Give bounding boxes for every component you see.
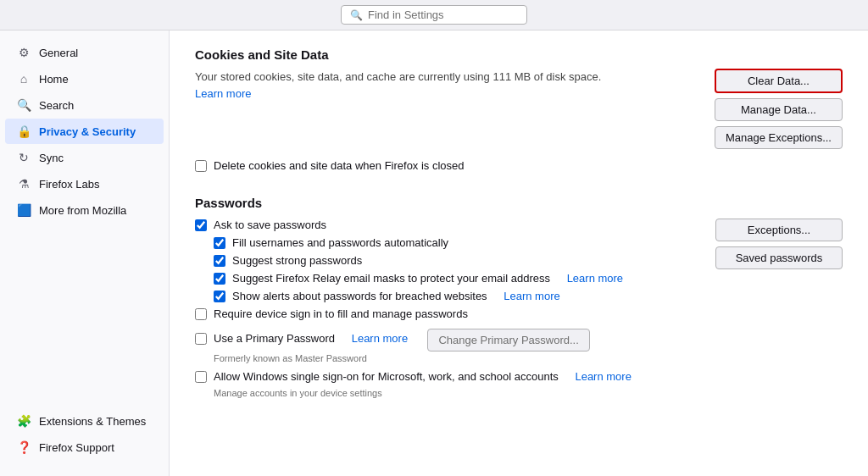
require-device-signin-row: Require device sign in to fill and manag… (195, 307, 698, 320)
require-device-signin-label: Require device sign in to fill and manag… (214, 307, 468, 320)
cookies-description: Your stored cookies, site data, and cach… (195, 69, 698, 102)
mozilla-icon: 🟦 (17, 203, 31, 217)
use-primary-password-label: Use a Primary Password (214, 332, 335, 345)
sidebar-label-home: Home (39, 73, 69, 86)
formerly-known-label: Formerly known as Master Password (214, 353, 698, 363)
password-options-left: Ask to save passwords Fill usernames and… (195, 219, 698, 398)
clear-data-button[interactable]: Clear Data... (715, 69, 843, 93)
suggest-strong-checkbox[interactable] (214, 255, 225, 267)
sidebar-bottom: 🧩 Extensions & Themes ❓ Firefox Support (0, 407, 169, 468)
manage-exceptions-button[interactable]: Manage Exceptions... (715, 126, 843, 149)
suggest-relay-checkbox[interactable] (214, 273, 225, 285)
delete-on-close-row: Delete cookies and site data when Firefo… (195, 159, 843, 172)
passwords-section-title: Passwords (195, 196, 843, 210)
fill-automatically-checkbox[interactable] (214, 237, 225, 249)
show-alerts-checkbox[interactable] (214, 291, 225, 302)
passwords-section: Passwords Ask to save passwords Fill use… (195, 196, 843, 398)
change-primary-password-button: Change Primary Password... (427, 329, 589, 351)
sidebar: ⚙ General ⌂ Home 🔍 Search 🔒 Privacy & Se… (0, 30, 170, 476)
home-icon: ⌂ (17, 72, 31, 86)
sidebar-item-general[interactable]: ⚙ General (5, 40, 164, 65)
cookies-learn-more-link[interactable]: Learn more (195, 87, 251, 100)
sidebar-item-privacy-security[interactable]: 🔒 Privacy & Security (5, 119, 164, 144)
use-primary-password-row: Use a Primary Password Learn more Change… (195, 325, 698, 351)
gear-icon: ⚙ (17, 46, 31, 59)
sidebar-item-firefox-support[interactable]: ❓ Firefox Support (5, 434, 164, 460)
use-primary-learn-more[interactable]: Learn more (352, 332, 408, 345)
sync-icon: ↻ (17, 151, 31, 164)
password-options-right: Exceptions... Saved passwords (715, 219, 843, 269)
exceptions-button[interactable]: Exceptions... (715, 219, 843, 241)
allow-windows-checkbox-row: Allow Windows single sign-on for Microso… (195, 370, 698, 383)
top-bar: 🔍 Find in Settings (0, 0, 868, 30)
use-primary-password-checkbox[interactable] (195, 333, 207, 345)
sidebar-label-firefox-support: Firefox Support (39, 441, 114, 454)
sidebar-item-search[interactable]: 🔍 Search (5, 92, 164, 118)
main-layout: ⚙ General ⌂ Home 🔍 Search 🔒 Privacy & Se… (0, 30, 868, 476)
show-alerts-row: Show alerts about passwords for breached… (214, 290, 698, 302)
settings-content: Cookies and Site Data Your stored cookie… (170, 30, 868, 476)
extensions-icon: 🧩 (17, 414, 31, 428)
ask-to-save-label: Ask to save passwords (214, 219, 326, 231)
cookies-buttons: Clear Data... Manage Data... Manage Exce… (715, 69, 843, 149)
search-icon: 🔍 (350, 9, 363, 21)
ask-to-save-row: Ask to save passwords (195, 219, 698, 231)
show-alerts-label: Show alerts about passwords for breached… (232, 290, 487, 302)
cookies-section: Cookies and Site Data Your stored cookie… (195, 47, 843, 172)
lock-icon: 🔒 (17, 125, 31, 138)
find-in-settings-bar[interactable]: 🔍 Find in Settings (341, 5, 527, 25)
cookies-section-title: Cookies and Site Data (195, 47, 843, 62)
sidebar-label-search: Search (39, 99, 74, 112)
sidebar-label-firefox-labs: Firefox Labs (39, 178, 100, 191)
sidebar-label-more-mozilla: More from Mozilla (39, 204, 126, 217)
help-icon: ❓ (17, 440, 31, 454)
ask-to-save-checkbox[interactable] (195, 219, 207, 231)
suggest-relay-label: Suggest Firefox Relay email masks to pro… (232, 272, 550, 285)
sidebar-item-firefox-labs[interactable]: ⚗ Firefox Labs (5, 171, 164, 196)
sidebar-item-extensions-themes[interactable]: 🧩 Extensions & Themes (5, 408, 164, 434)
suggest-strong-row: Suggest strong passwords (214, 254, 698, 267)
allow-windows-signon-row: Allow Windows single sign-on for Microso… (195, 370, 698, 398)
saved-passwords-button[interactable]: Saved passwords (715, 246, 843, 269)
manage-accounts-desc: Manage accounts in your device settings (214, 388, 698, 398)
allow-windows-learn-more[interactable]: Learn more (575, 370, 631, 383)
delete-on-close-label: Delete cookies and site data when Firefo… (214, 159, 465, 172)
labs-icon: ⚗ (17, 177, 31, 191)
manage-data-button[interactable]: Manage Data... (715, 98, 843, 121)
sidebar-top: ⚙ General ⌂ Home 🔍 Search 🔒 Privacy & Se… (0, 39, 169, 224)
password-options: Ask to save passwords Fill usernames and… (195, 219, 843, 398)
magnify-icon: 🔍 (17, 98, 31, 112)
sidebar-label-general: General (39, 47, 78, 59)
cookies-row: Your stored cookies, site data, and cach… (195, 69, 843, 149)
sidebar-label-privacy-security: Privacy & Security (39, 125, 136, 138)
sidebar-item-more-mozilla[interactable]: 🟦 More from Mozilla (5, 197, 164, 223)
delete-on-close-checkbox[interactable] (195, 160, 207, 172)
fill-automatically-row: Fill usernames and passwords automatical… (214, 236, 698, 249)
sidebar-label-extensions-themes: Extensions & Themes (39, 415, 146, 428)
suggest-relay-learn-more[interactable]: Learn more (567, 272, 623, 285)
show-alerts-learn-more[interactable]: Learn more (504, 290, 559, 302)
suggest-strong-label: Suggest strong passwords (232, 254, 362, 267)
allow-windows-signon-checkbox[interactable] (195, 371, 207, 383)
suggest-relay-row: Suggest Firefox Relay email masks to pro… (214, 272, 698, 285)
find-in-settings-placeholder: Find in Settings (368, 8, 444, 21)
sidebar-item-home[interactable]: ⌂ Home (5, 66, 164, 91)
fill-automatically-label: Fill usernames and passwords automatical… (232, 236, 448, 249)
require-device-signin-checkbox[interactable] (195, 308, 207, 320)
sidebar-item-sync[interactable]: ↻ Sync (5, 145, 164, 170)
sidebar-label-sync: Sync (39, 152, 64, 164)
allow-windows-signon-label: Allow Windows single sign-on for Microso… (214, 370, 559, 383)
cookies-desc-text: Your stored cookies, site data, and cach… (195, 70, 601, 83)
